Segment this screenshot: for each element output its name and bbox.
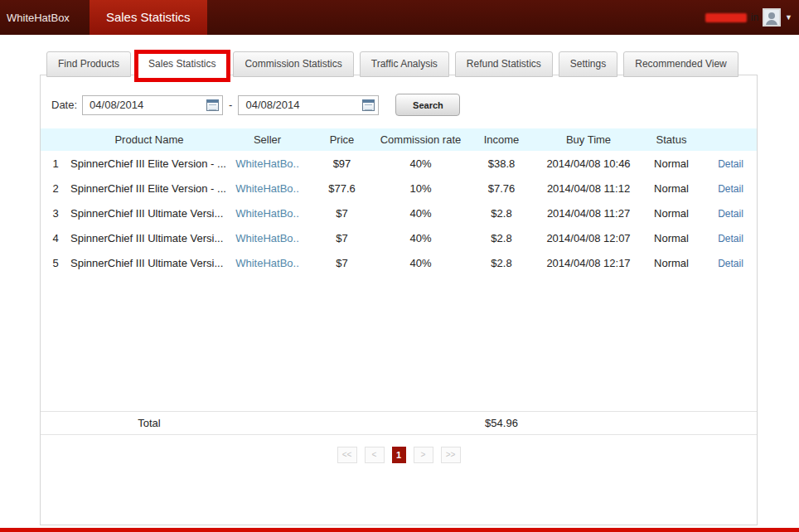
col-header-income: Income [464,128,539,151]
calendar-icon[interactable] [206,99,219,111]
tab-sales-statistics[interactable]: Sales Statistics [137,51,227,77]
product-name: SpinnerChief III Ultimate Versi... [70,250,228,275]
table-row: 2 SpinnerChief III Elite Version - ... W… [41,176,757,201]
buy-time-cell: 2014/04/08 10:46 [539,151,638,176]
content-panel: Date: - Search Product Name Seller Price… [40,75,758,525]
date-from-box [82,95,223,115]
sales-table: Product Name Seller Price Commission rat… [41,128,757,275]
avatar[interactable] [763,8,781,27]
avatar-person-icon [768,12,775,19]
row-number: 5 [41,250,70,275]
row-number: 2 [41,176,70,201]
date-label: Date: [51,99,77,111]
table-row: 4 SpinnerChief III Ultimate Versi... Whi… [41,225,757,250]
status-cell: Normal [638,176,705,201]
calendar-icon[interactable] [362,99,375,111]
user-menu[interactable]: in ▼ [705,8,799,27]
page-prev-button[interactable]: < [365,447,385,463]
chevron-down-icon[interactable]: ▼ [785,13,792,22]
total-label: Total [70,412,228,435]
row-number: 3 [41,201,70,225]
product-name: SpinnerChief III Ultimate Versi... [70,225,228,250]
buy-time-cell: 2014/04/08 11:27 [539,201,638,225]
total-spacer [41,412,70,435]
detail-link[interactable]: Detail [718,258,743,269]
redacted-username [705,13,747,22]
page-current[interactable]: 1 [392,447,406,463]
status-cell: Normal [638,201,705,225]
total-row: Total $54.96 [41,411,757,435]
tab-bar: Find Products Sales Statistics Commissio… [46,51,738,77]
date-to-box [238,95,379,115]
col-header-rate: Commission rate [377,128,464,151]
footer-accent-bar [0,528,799,532]
page-last-button[interactable]: >> [441,447,461,463]
table-header-row: Product Name Seller Price Commission rat… [41,128,757,151]
col-header-detail [705,128,757,151]
seller-link[interactable]: WhiteHatBo.. [235,157,299,170]
detail-link[interactable]: Detail [718,208,743,220]
rate-cell: 40% [377,250,464,275]
tab-find-products[interactable]: Find Products [46,51,131,77]
rate-cell: 40% [377,151,464,176]
table-row: 5 SpinnerChief III Ultimate Versi... Whi… [41,250,757,275]
col-header-seller: Seller [228,128,307,151]
date-to-input[interactable] [238,95,379,115]
page-next-button[interactable]: > [414,447,433,463]
seller-link[interactable]: WhiteHatBo.. [235,207,299,220]
status-cell: Normal [638,225,705,250]
col-header-price: Price [307,128,377,151]
pagination: << < 1 > >> [41,447,757,463]
date-filter-row: Date: - Search [51,94,460,116]
search-button[interactable]: Search [395,94,460,116]
income-cell: $2.8 [464,225,539,250]
tab-sales-statistics-label: Sales Statistics [148,58,215,70]
col-header-num [41,128,70,151]
col-header-status: Status [638,128,705,151]
detail-link[interactable]: Detail [718,183,743,195]
tab-traffic-analysis[interactable]: Traffic Analysis [360,51,449,77]
date-from-input[interactable] [82,95,223,115]
tab-settings[interactable]: Settings [559,51,617,77]
price-cell: $7 [307,225,377,250]
row-number: 1 [41,151,70,176]
total-income: $54.96 [464,412,539,435]
price-cell: $7 [307,201,377,225]
buy-time-cell: 2014/04/08 12:07 [539,225,638,250]
username-text: in [751,12,758,23]
table-row: 1 SpinnerChief III Elite Version - ... W… [41,151,757,176]
row-number: 4 [41,225,70,250]
col-header-time: Buy Time [539,128,638,151]
status-cell: Normal [638,250,705,275]
date-range-separator: - [229,99,232,111]
table-row: 3 SpinnerChief III Ultimate Versi... Whi… [41,201,757,225]
buy-time-cell: 2014/04/08 12:17 [539,250,638,275]
price-cell: $77.6 [307,176,377,201]
rate-cell: 40% [377,225,464,250]
income-cell: $2.8 [464,201,539,225]
seller-link[interactable]: WhiteHatBo.. [235,182,299,195]
price-cell: $97 [307,151,377,176]
col-header-product: Product Name [70,128,228,151]
product-name: SpinnerChief III Ultimate Versi... [70,201,228,225]
page-first-button[interactable]: << [337,447,357,463]
top-bar: WhiteHatBox Sales Statistics in ▼ [0,0,799,35]
price-cell: $7 [307,250,377,275]
rate-cell: 40% [377,201,464,225]
brand-link[interactable]: WhiteHatBox [0,12,78,24]
tab-recommended-view[interactable]: Recommended View [623,51,738,77]
tab-refund-statistics[interactable]: Refund Statistics [455,51,553,77]
detail-link[interactable]: Detail [718,158,743,170]
detail-link[interactable]: Detail [718,233,743,244]
seller-link[interactable]: WhiteHatBo.. [235,257,299,269]
topnav-sales-statistics[interactable]: Sales Statistics [90,0,207,35]
income-cell: $38.8 [464,151,539,176]
avatar-person-icon [766,20,777,27]
rate-cell: 10% [377,176,464,201]
status-cell: Normal [638,151,705,176]
income-cell: $7.76 [464,176,539,201]
seller-link[interactable]: WhiteHatBo.. [235,232,299,244]
product-name: SpinnerChief III Elite Version - ... [70,176,228,201]
tab-commission-statistics[interactable]: Commission Statistics [233,51,353,77]
income-cell: $2.8 [464,250,539,275]
